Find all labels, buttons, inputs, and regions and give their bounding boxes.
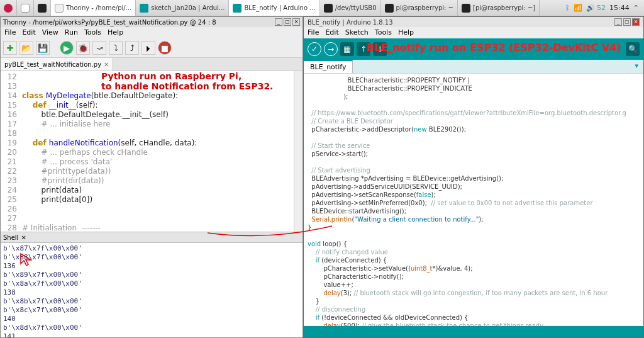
tab-close-icon[interactable]: ✕	[104, 61, 109, 68]
minimize-button[interactable]: _	[275, 18, 282, 26]
menu-edit[interactable]: Edit	[22, 28, 35, 37]
clock[interactable]: 15:44	[609, 4, 630, 12]
save-button[interactable]: 💾	[36, 41, 50, 55]
arduino-menubar: File Edit Sketch Tools Help	[304, 27, 643, 38]
shell-label: Shell	[3, 234, 18, 241]
shell-output[interactable]: b'\x87\x7f\x00\x00' b'\x88\x7f\x00\x00' …	[1, 243, 303, 337]
tray-chevron-icon[interactable]: ⌃	[633, 4, 639, 12]
tab-menu-icon[interactable]: ▾	[630, 60, 643, 73]
task-arduino-ble[interactable]: BLE_notify | Arduino ...	[229, 0, 319, 16]
terminal-icon	[462, 4, 470, 13]
upload-button[interactable]: →	[324, 42, 338, 56]
arduino-statusbar	[304, 326, 643, 337]
maximize-button[interactable]: ▢	[623, 18, 631, 26]
task-label: pi@raspberrypi: ~	[396, 4, 453, 11]
task-term1[interactable]: pi@raspberrypi: ~	[381, 0, 458, 16]
arduino-toolbar: ✓ → ▦ ↑ ↓ 🔍 BLE_notify run on ESP32 (ESP…	[304, 38, 643, 60]
tab-label: pyBLE_test_waitNotification.py	[4, 61, 101, 68]
new-sketch-button[interactable]: ▦	[340, 42, 354, 56]
editor-scrollbar[interactable]	[294, 71, 303, 232]
code-editor[interactable]: 12 13 14 15 16 17 18 19 20 21 22 23 24 2…	[1, 71, 303, 232]
task-label: /dev/ttyUSB0	[335, 4, 377, 11]
editor-tab[interactable]: pyBLE_test_waitNotification.py ✕	[1, 58, 113, 70]
window-title: BLE_notify | Arduino 1.8.13	[308, 19, 393, 26]
taskbar-filemanager[interactable]	[17, 0, 34, 16]
thonny-icon	[55, 4, 64, 13]
sketch-tab[interactable]: BLE_notify	[304, 60, 353, 73]
task-arduino-sketch[interactable]: sketch_jan20a | Ardui...	[136, 0, 229, 16]
run-button[interactable]: ▶	[60, 41, 74, 55]
arduino-code-area[interactable]: BLECharacteristic::PROPERTY_NOTIFY | BLE…	[304, 74, 643, 326]
arduino-window: BLE_notify | Arduino 1.8.13 _ ▢ × File E…	[303, 16, 644, 338]
sketch-tabs: BLE_notify ▾	[304, 60, 643, 74]
menu-help[interactable]: Help	[398, 28, 414, 37]
task-term2[interactable]: [pi@raspberrypi: ~]	[458, 0, 540, 16]
volume-icon[interactable]: 🔊 52	[586, 4, 606, 12]
terminal-icon	[385, 4, 394, 13]
arduino-titlebar[interactable]: BLE_notify | Arduino 1.8.13 _ ▢ ×	[304, 17, 643, 27]
thonny-toolbar: ✚ 📂 💾 ▶ 🐞 ⤻ ⤵ ⤴ ⏵ ■	[1, 38, 303, 57]
wifi-icon[interactable]: 📶	[574, 4, 582, 12]
task-label: Thonny - /home/pi/...	[66, 4, 131, 11]
step-out-button[interactable]: ⤴	[125, 41, 139, 55]
menu-launcher[interactable]	[0, 0, 17, 16]
maximize-button[interactable]: ▢	[284, 18, 291, 26]
line-gutter: 12 13 14 15 16 17 18 19 20 21 22 23 24 2…	[1, 71, 19, 232]
debug-button[interactable]: 🐞	[76, 41, 90, 55]
menu-run[interactable]: Run	[65, 28, 78, 37]
editor-tabs: pyBLE_test_waitNotification.py ✕	[1, 57, 303, 71]
menu-help[interactable]: Help	[108, 28, 123, 37]
menu-view[interactable]: View	[42, 28, 58, 37]
bluetooth-icon[interactable]: ᛒ	[565, 4, 570, 12]
menu-tools[interactable]: Tools	[375, 28, 392, 37]
menu-file[interactable]: File	[308, 28, 319, 37]
annotation-text: BLE_notify run on ESP32 (ESP32-DevKitC V…	[367, 42, 621, 54]
close-button[interactable]: ×	[292, 18, 300, 26]
taskbar: Thonny - /home/pi/... sketch_jan20a | Ar…	[0, 0, 644, 16]
task-label: [pi@raspberrypi: ~]	[473, 4, 535, 11]
new-file-button[interactable]: ✚	[3, 41, 17, 55]
stop-button[interactable]: ■	[158, 41, 172, 55]
arduino-icon	[140, 4, 148, 13]
open-button[interactable]: 📂	[19, 41, 33, 55]
menu-file[interactable]: File	[4, 28, 16, 37]
task-label: BLE_notify | Arduino ...	[244, 4, 315, 11]
step-over-button[interactable]: ⤻	[92, 41, 106, 55]
shell-close-icon[interactable]: ✕	[21, 234, 26, 241]
terminal-icon	[324, 4, 333, 13]
minimize-button[interactable]: _	[614, 18, 622, 26]
thonny-window: Thonny - /home/pi/worksPy/pyBLE_test_wai…	[0, 16, 303, 338]
arduino-icon	[233, 4, 242, 13]
task-label: sketch_jan20a | Ardui...	[151, 4, 225, 11]
thonny-menubar: File Edit View Run Tools Help	[1, 27, 303, 38]
resume-button[interactable]: ⏵	[142, 41, 155, 55]
task-thonny[interactable]: Thonny - /home/pi/...	[51, 0, 136, 16]
raspberry-icon	[4, 4, 13, 13]
taskbar-terminal[interactable]	[34, 0, 51, 16]
window-title: Thonny - /home/pi/worksPy/pyBLE_test_wai…	[3, 19, 216, 26]
system-tray: ᛒ 📶 🔊 52 15:44 ⌃	[560, 4, 644, 12]
verify-button[interactable]: ✓	[308, 42, 321, 56]
shell-header[interactable]: Shell ✕	[1, 232, 303, 243]
serial-monitor-button[interactable]: 🔍	[626, 42, 640, 56]
menu-tools[interactable]: Tools	[84, 28, 101, 37]
step-into-button[interactable]: ⤵	[109, 41, 123, 55]
task-ttyusb[interactable]: /dev/ttyUSB0	[320, 0, 381, 16]
folder-icon	[21, 4, 30, 13]
close-button[interactable]: ×	[632, 18, 640, 26]
tab-label: BLE_notify	[310, 63, 346, 71]
menu-edit[interactable]: Edit	[325, 28, 338, 37]
thonny-titlebar[interactable]: Thonny - /home/pi/worksPy/pyBLE_test_wai…	[1, 17, 303, 27]
code-area[interactable]: class MyDelegate(btle.DefaultDelegate): …	[19, 71, 294, 232]
menu-sketch[interactable]: Sketch	[345, 28, 369, 37]
terminal-icon	[38, 4, 47, 13]
